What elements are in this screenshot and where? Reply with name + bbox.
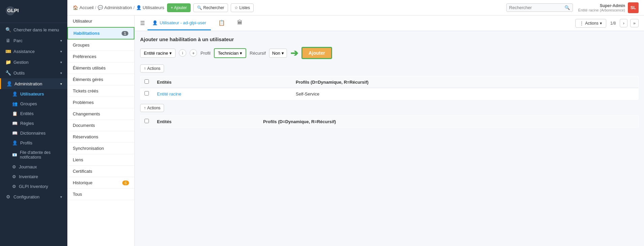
sidebar-reservations[interactable]: Réservations xyxy=(67,131,134,143)
select-all-checkbox-2[interactable] xyxy=(144,119,149,123)
actions-small-button-bottom[interactable]: ↑ Actions xyxy=(140,104,164,112)
breadcrumb-icon: 💬 xyxy=(98,5,103,10)
arrow-indicator: ➔ xyxy=(290,48,298,59)
table-icon: ☰ xyxy=(140,20,145,26)
breadcrumb-administration[interactable]: Administration xyxy=(104,5,132,10)
svg-text:GLPI: GLPI xyxy=(7,8,19,13)
regles-icon: 📖 xyxy=(12,121,18,126)
sidebar-sub-entites[interactable]: 📋 Entités xyxy=(0,109,67,118)
search-input[interactable] xyxy=(509,5,563,10)
sidebar-problemes[interactable]: Problèmes xyxy=(67,97,134,108)
row-checkbox[interactable] xyxy=(144,91,149,95)
recursif-caret: ▾ xyxy=(282,51,284,56)
sidebar-sub-profils[interactable]: 👤 Profils xyxy=(0,138,67,148)
sidebar-sub-utilisateurs[interactable]: 👤 Utilisateurs xyxy=(0,89,67,99)
entity-select[interactable]: Entité racine ▾ xyxy=(140,49,175,58)
sidebar-item-configuration[interactable]: ⚙ Configuration ▾ xyxy=(0,191,67,202)
sidebar-item-administration[interactable]: 👤 Administration ▾ xyxy=(0,78,67,89)
panel-actions-button[interactable]: ⋮ Actions ▾ xyxy=(575,19,606,28)
actions-small-icon-bottom: ↑ xyxy=(144,106,146,110)
sidebar-search-menu[interactable]: 🔍 Chercher dans le menu xyxy=(0,24,67,35)
ajouter-button[interactable]: Ajouter xyxy=(301,47,332,59)
panel-header: ☰ 👤 Utilisateur - ad-glpi-user 📋 🏛 ⋮ Act… xyxy=(135,16,644,31)
tab-user[interactable]: 👤 Utilisateur - ad-glpi-user xyxy=(148,16,211,30)
assistance-caret: ▾ xyxy=(60,50,62,53)
entity-link[interactable]: Entité racine xyxy=(157,91,181,97)
sidebar-groupes[interactable]: Groupes xyxy=(67,39,134,51)
profile-caret: ▾ xyxy=(240,51,242,56)
sidebar-sub-journaux[interactable]: ⚙ Journaux xyxy=(0,162,67,172)
user-entity: Entité racine (Arborescence) xyxy=(578,8,625,12)
profile-cell: Self-Service xyxy=(292,88,638,100)
home-icon: 🏠 xyxy=(73,5,78,10)
sidebar-utilisateur[interactable]: Utilisateur xyxy=(67,16,134,27)
sidebar-sub-inventaire[interactable]: ⚙ Inventaire xyxy=(0,172,67,182)
search-button[interactable]: 🔍 Rechercher xyxy=(193,3,228,12)
search-icon: 🔍 xyxy=(5,27,11,32)
sidebar-item-gestion[interactable]: 📁 Gestion ▾ xyxy=(0,57,67,67)
sidebar-historique[interactable]: Historique 6 xyxy=(67,177,134,189)
row-checkbox-cell xyxy=(140,88,153,100)
content-area: Utilisateur Habilitations 1 Groupes Préf… xyxy=(67,16,644,246)
tab-icon1[interactable]: 📋 xyxy=(214,16,230,31)
search-box: 🔍 xyxy=(506,3,573,12)
profile-select[interactable]: Technician ▾ xyxy=(214,48,246,58)
sidebar-tickets-crees[interactable]: Tickets créés xyxy=(67,85,134,97)
sidebar-tous[interactable]: Tous xyxy=(67,189,134,200)
add-habilitation-form: Entité racine ▾ i + Profil Technician ▾ … xyxy=(140,47,639,59)
sidebar-liens[interactable]: Liens xyxy=(67,154,134,166)
sidebar-synchronisation[interactable]: Synchronisation xyxy=(67,143,134,154)
nav-next-button[interactable]: › xyxy=(620,19,627,27)
file-attente-icon: 📧 xyxy=(12,153,17,157)
topbar: 🏠 Accueil / 💬 Administration / 👤 Utilisa… xyxy=(67,0,644,16)
sidebar-item-outils[interactable]: 🔧 Outils ▾ xyxy=(0,67,67,78)
actions-small-button-top[interactable]: ↑ Actions xyxy=(140,64,164,73)
sidebar-elements-utilises[interactable]: Éléments utilisés xyxy=(67,62,134,74)
nav-last-button[interactable]: » xyxy=(630,19,639,27)
sidebar-sub-regles[interactable]: 📖 Règles xyxy=(0,118,67,128)
sidebar-elements-geres[interactable]: Éléments gérés xyxy=(67,74,134,85)
tab-icon2[interactable]: 🏛 xyxy=(232,16,247,31)
sidebar-item-parc[interactable]: 🖥 Parc ▾ xyxy=(0,35,67,46)
select-all-checkbox[interactable] xyxy=(144,79,149,84)
hab-table-1: Entités Profils (D=Dynamique, R=Récursif… xyxy=(140,76,639,100)
recursif-select[interactable]: Non ▾ xyxy=(269,49,287,58)
main-panel: ☰ 👤 Utilisateur - ad-glpi-user 📋 🏛 ⋮ Act… xyxy=(135,16,644,246)
configuration-icon: ⚙ xyxy=(5,194,11,199)
sidebar-certificats[interactable]: Certificats xyxy=(67,166,134,177)
hab-panel: Ajouter une habilitation à un utilisateu… xyxy=(135,31,644,246)
sidebar-item-assistance[interactable]: 🎫 Assistance ▾ xyxy=(0,46,67,57)
actions-caret: ▾ xyxy=(600,21,602,26)
breadcrumb-accueil[interactable]: Accueil xyxy=(79,5,94,10)
add-entity-button[interactable]: + xyxy=(190,49,197,57)
parc-caret: ▾ xyxy=(60,39,62,43)
search-box-icon: 🔍 xyxy=(565,5,570,10)
nav-counter: 1/8 xyxy=(610,21,616,26)
user-info: Super-Admin Entité racine (Arborescence) xyxy=(578,3,625,12)
user-sidebar: Utilisateur Habilitations 1 Groupes Préf… xyxy=(67,16,135,246)
inventaire-icon: ⚙ xyxy=(12,174,16,179)
entity-caret: ▾ xyxy=(169,51,172,56)
administration-icon: 👤 xyxy=(6,81,12,86)
info-button[interactable]: i xyxy=(179,49,186,57)
add-button[interactable]: + Ajouter xyxy=(167,3,191,12)
actions-row-top: ↑ Actions xyxy=(140,64,639,73)
sidebar-preferences[interactable]: Préférences xyxy=(67,51,134,62)
breadcrumb-utilisateurs[interactable]: Utilisateurs xyxy=(143,5,164,10)
sidebar-sub-groupes[interactable]: 👥 Groupes xyxy=(0,99,67,109)
sidebar-sub-dictionnaires[interactable]: 📖 Dictionnaires xyxy=(0,128,67,138)
user-avatar[interactable]: SL xyxy=(628,2,639,13)
sidebar-sub-file-attente[interactable]: 📧 File d'attente des notifications xyxy=(0,148,67,162)
listes-button[interactable]: ☆ Listes xyxy=(231,3,254,12)
administration-caret: ▾ xyxy=(60,82,62,86)
sidebar-habilitations[interactable]: Habilitations 1 xyxy=(67,27,134,39)
breadcrumb-icon2: 👤 xyxy=(136,5,141,10)
sidebar-changements[interactable]: Changements xyxy=(67,108,134,120)
hab-title: Ajouter une habilitation à un utilisateu… xyxy=(140,36,639,42)
sidebar-documents[interactable]: Documents xyxy=(67,120,134,131)
main-area: 🏠 Accueil / 💬 Administration / 👤 Utilisa… xyxy=(67,0,644,246)
entites-icon: 📋 xyxy=(12,111,18,116)
table1-check-header xyxy=(140,76,153,88)
sidebar-sub-glpi-inventory[interactable]: ⚙ GLPI Inventory xyxy=(0,182,67,191)
sidebar-logo: GLPI xyxy=(0,0,67,23)
